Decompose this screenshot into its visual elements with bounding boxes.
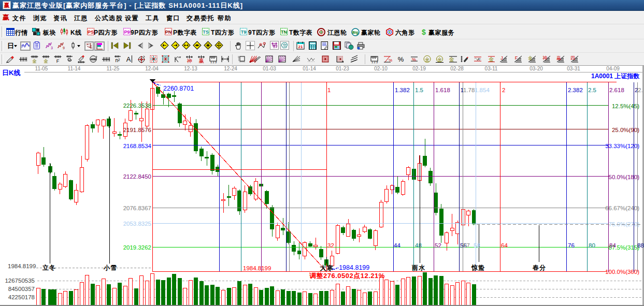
svg-text:2.5: 2.5	[588, 87, 596, 93]
svg-text:88: 88	[637, 242, 644, 249]
svg-text:01-14: 01-14	[303, 66, 316, 71]
svg-text:2.618: 2.618	[609, 87, 624, 93]
svg-text:立冬: 立冬	[42, 264, 56, 271]
svg-text:02-10: 02-10	[374, 66, 388, 71]
svg-text:调整276.0502点12.21%: 调整276.0502点12.21%	[309, 272, 385, 280]
svg-text:03-11: 03-11	[485, 66, 498, 71]
svg-text:32: 32	[327, 242, 334, 249]
svg-text:03-20: 03-20	[529, 66, 543, 71]
svg-text:1.618: 1.618	[435, 87, 450, 93]
svg-text:58: 58	[474, 242, 480, 249]
svg-text:2168.8534: 2168.8534	[123, 143, 152, 149]
svg-text:64: 64	[501, 242, 508, 249]
svg-text:1.382: 1.382	[395, 87, 410, 93]
svg-text:11-25: 11-25	[107, 66, 120, 71]
svg-text:12.5%(45): 12.5%(45)	[612, 103, 639, 109]
svg-text:25.0%(90): 25.0%(90)	[612, 127, 639, 133]
svg-text:日K线: 日K线	[2, 69, 20, 77]
svg-text:春分: 春分	[532, 264, 546, 271]
svg-text:2191.8576: 2191.8576	[123, 127, 151, 133]
svg-text:66.67%(240): 66.67%(240)	[605, 205, 639, 211]
svg-text:100.0%(360): 100.0%(360)	[605, 269, 639, 275]
svg-text:小雪: 小雪	[103, 264, 117, 271]
svg-text:2226.3538: 2226.3538	[123, 103, 151, 109]
svg-text:2.: 2.	[638, 87, 643, 93]
svg-text:-1984.8199: -1984.8199	[337, 264, 369, 271]
svg-text:2053.8325: 2053.8325	[123, 221, 151, 227]
svg-text:1984.8199: 1984.8199	[243, 265, 271, 271]
svg-text:2: 2	[502, 87, 505, 93]
svg-text:1.854: 1.854	[475, 87, 490, 93]
svg-text:57: 57	[463, 242, 470, 249]
svg-text:76: 76	[568, 242, 575, 249]
svg-text:2122.8450: 2122.8450	[123, 173, 151, 180]
svg-text:11-05: 11-05	[35, 66, 48, 71]
svg-text:大寒: 大寒	[320, 265, 334, 272]
svg-text:2019.3262: 2019.3262	[123, 244, 151, 251]
svg-text:80: 80	[589, 242, 595, 249]
svg-text:12-24: 12-24	[224, 66, 237, 71]
svg-text:2076.8367: 2076.8367	[123, 205, 151, 211]
svg-text:雨水: 雨水	[411, 264, 425, 271]
svg-text:84: 84	[609, 242, 616, 249]
svg-text:02-28: 02-28	[450, 66, 464, 71]
svg-text:1A0001 上证指数: 1A0001 上证指数	[591, 72, 640, 80]
svg-text:1.78: 1.78	[463, 87, 475, 93]
svg-text:1: 1	[327, 87, 331, 93]
svg-text:2.382: 2.382	[568, 87, 583, 93]
svg-text:12-04: 12-04	[145, 66, 159, 71]
svg-text:11-14: 11-14	[68, 66, 81, 71]
svg-text:2260.8701: 2260.8701	[163, 85, 194, 92]
svg-text:42250178: 42250178	[8, 294, 35, 300]
svg-text:50.0%(180): 50.0%(180)	[609, 174, 640, 180]
svg-text:惊蛰: 惊蛰	[471, 264, 485, 271]
svg-text:01-03: 01-03	[263, 66, 276, 71]
svg-text:1984.8199: 1984.8199	[8, 263, 36, 269]
svg-text:04-09: 04-09	[606, 66, 620, 71]
svg-text:126750535: 126750535	[5, 278, 35, 284]
svg-text:12-13: 12-13	[184, 66, 197, 71]
svg-text:52: 52	[435, 242, 441, 249]
svg-text:84500357: 84500357	[8, 286, 35, 292]
svg-text:03-31: 03-31	[567, 66, 580, 71]
svg-text:44: 44	[394, 242, 400, 249]
svg-text:1.5: 1.5	[415, 87, 423, 93]
svg-text:02-19: 02-19	[412, 66, 426, 71]
svg-text:48: 48	[415, 242, 422, 249]
svg-text:33.33%(120): 33.33%(120)	[605, 143, 639, 149]
svg-text:01-23: 01-23	[336, 66, 349, 71]
